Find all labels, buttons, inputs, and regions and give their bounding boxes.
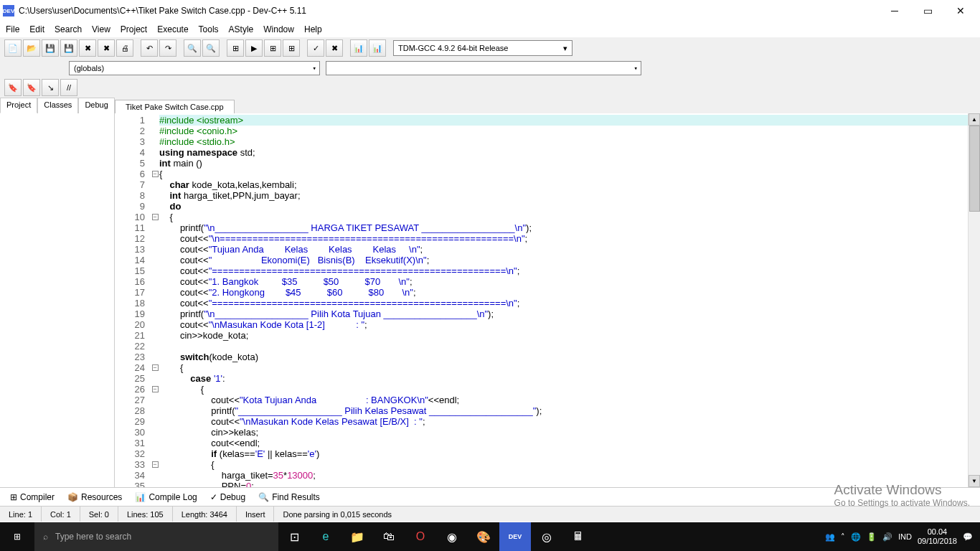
taskbar-search[interactable]: ⌕ Type here to search [34,522,278,551]
functions-combo[interactable] [326,61,641,75]
globals-combo[interactable]: (globals) [69,61,320,75]
explorer-icon[interactable]: 📁 [341,522,373,551]
search-icon: ⌕ [43,532,48,542]
side-tab-classes[interactable]: Classes [37,98,78,113]
minimize-button[interactable]: ─ [878,0,911,22]
status-bar: Line: 1 Col: 1 Sel: 0 Lines: 105 Length:… [0,506,980,522]
menu-help[interactable]: Help [304,24,322,34]
opera-icon[interactable]: O [405,522,436,551]
system-tray[interactable]: 👥 ˄ 🌐 🔋 🔊 IND 00.0409/10/2018 💬 [825,527,980,546]
delete-profile-button[interactable]: 📊 [369,39,386,57]
file-tabs: Tiket Pake Switch Case.cpp [115,98,980,113]
undo-button[interactable]: ↶ [141,39,158,57]
status-col: Col: 1 [42,507,80,522]
search-placeholder: Type here to search [55,532,131,542]
bottom-tab-compiler[interactable]: ⊞Compiler [4,491,60,504]
code-content[interactable]: #include <iostream>#include <conio.h>#in… [159,113,968,487]
paint-icon[interactable]: 🎨 [468,522,499,551]
replace-button[interactable]: 🔍 [202,39,220,57]
vertical-scrollbar[interactable]: ▲ ▼ [968,113,980,487]
goto-bookmark-button[interactable]: 🔖 [4,79,22,96]
find-button[interactable]: 🔍 [184,39,201,57]
stop-button[interactable]: ✖ [326,39,343,57]
tray-chevron-icon[interactable]: ˄ [841,532,845,542]
calculator-icon[interactable]: 🖩 [562,522,594,551]
comment-button[interactable]: // [60,79,77,96]
menu-view[interactable]: View [92,24,110,34]
menu-tools[interactable]: Tools [199,24,219,34]
debug-button[interactable]: ✓ [307,39,324,57]
side-panel: ProjectClassesDebug [0,98,115,487]
goto-line-button[interactable]: ↘ [42,79,59,96]
scroll-up-button[interactable]: ▲ [969,113,980,126]
status-lines: Lines: 105 [118,507,173,522]
notifications-icon[interactable]: 💬 [963,532,973,542]
menu-search[interactable]: Search [55,24,82,34]
rebuild-button[interactable]: ⊞ [283,39,300,57]
side-tabs: ProjectClassesDebug [0,98,114,113]
compiler-select[interactable]: TDM-GCC 4.9.2 64-bit Release▾ [393,40,573,56]
file-tab-active[interactable]: Tiket Pake Switch Case.cpp [115,100,235,113]
run-button[interactable]: ▶ [245,39,263,57]
task-view-button[interactable]: ⊡ [278,522,310,551]
store-icon[interactable]: 🛍 [373,522,405,551]
window-title: C:\Users\user\Documents\C++\Tiket Pake S… [19,6,306,16]
toolbar-insert: 🔖 🔖 ↘ // [0,77,980,98]
close-button[interactable]: ✕ [944,0,977,22]
bottom-tab-debug[interactable]: ✓Debug [204,491,251,504]
side-tab-debug[interactable]: Debug [78,98,114,113]
title-bar: DEV C:\Users\user\Documents\C++\Tiket Pa… [0,0,980,22]
print-button[interactable]: 🖨 [116,39,133,57]
fold-column: −−−−− [151,113,159,487]
save-all-button[interactable]: 💾 [60,39,77,57]
menu-file[interactable]: File [6,24,19,34]
compile-button[interactable]: ⊞ [227,39,244,57]
profile-button[interactable]: 📊 [350,39,367,57]
start-button[interactable]: ⊞ [0,522,34,551]
edge-icon[interactable]: e [310,522,341,551]
status-length: Length: 3464 [173,507,237,522]
status-line: Line: 1 [0,507,42,522]
menu-window[interactable]: Window [263,24,294,34]
save-button[interactable]: 💾 [42,39,59,57]
menu-bar: FileEditSearchViewProjectExecuteToolsASt… [0,22,980,37]
toggle-bookmark-button[interactable]: 🔖 [23,79,40,96]
menu-edit[interactable]: Edit [29,24,44,34]
open-file-button[interactable]: 📂 [23,39,40,57]
bottom-tab-find-results[interactable]: 🔍Find Results [253,491,326,504]
status-parse: Done parsing in 0,015 seconds [274,507,980,522]
language-indicator[interactable]: IND [898,532,912,541]
toolbar-main: 📄 📂 💾 💾 ✖ ✖ 🖨 ↶ ↷ 🔍 🔍 ⊞ ▶ ⊞ ⊞ ✓ ✖ 📊 📊 TD… [0,37,980,59]
bottom-tab-resources[interactable]: 📦Resources [62,491,128,504]
close-file-button[interactable]: ✖ [79,39,96,57]
status-insert: Insert [237,507,275,522]
status-sel: Sel: 0 [80,507,118,522]
close-all-button[interactable]: ✖ [98,39,115,57]
battery-icon[interactable]: 🔋 [867,532,877,542]
chrome-icon[interactable]: ◉ [436,522,468,551]
bottom-tab-compile-log[interactable]: 📊Compile Log [129,491,202,504]
scroll-down-button[interactable]: ▼ [969,475,980,487]
clock[interactable]: 00.0409/10/2018 [918,527,957,546]
devcpp-icon[interactable]: DEV [499,522,531,551]
activate-watermark: Activate Windows Go to Settings to activ… [834,482,970,508]
bottom-tabs: ⊞Compiler📦Resources📊Compile Log✓Debug🔍Fi… [0,487,980,506]
redo-button[interactable]: ↷ [159,39,176,57]
line-gutter: 1234567891011121314151617181920212223242… [115,113,151,487]
compile-run-button[interactable]: ⊞ [264,39,281,57]
volume-icon[interactable]: 🔊 [882,532,892,542]
side-tab-project[interactable]: Project [0,98,37,113]
settings-icon[interactable]: ◎ [531,522,562,551]
menu-execute[interactable]: Execute [157,24,188,34]
taskbar[interactable]: ⊞ ⌕ Type here to search ⊡ e 📁 🛍 O ◉ 🎨 DE… [0,522,980,551]
app-icon: DEV [3,5,14,17]
toolbar-combos: (globals) [0,59,980,77]
menu-astyle[interactable]: AStyle [229,24,254,34]
menu-project[interactable]: Project [121,24,147,34]
network-icon[interactable]: 🌐 [851,532,861,542]
new-file-button[interactable]: 📄 [4,39,22,57]
scroll-thumb[interactable] [969,126,980,212]
people-icon[interactable]: 👥 [825,532,835,542]
maximize-button[interactable]: ▭ [911,0,944,22]
code-editor[interactable]: 1234567891011121314151617181920212223242… [115,113,980,487]
